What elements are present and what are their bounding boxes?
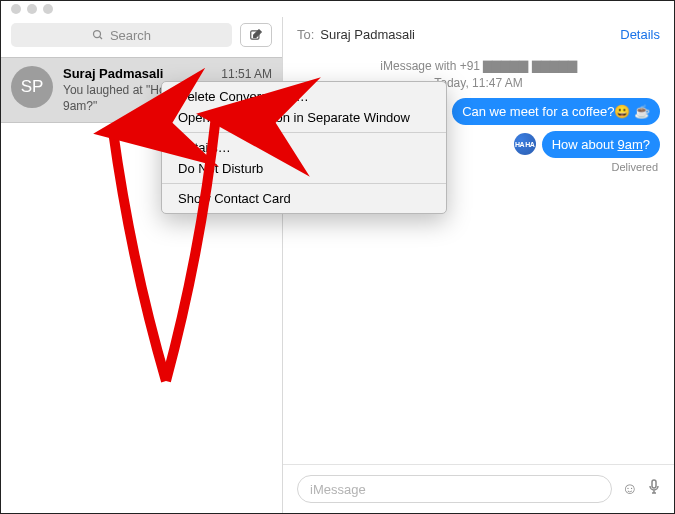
compose-icon [249, 28, 263, 42]
message-input[interactable]: iMessage [297, 475, 612, 503]
to-label: To: [297, 27, 314, 42]
svg-rect-3 [652, 480, 656, 488]
thread-header: To: Suraj Padmasali Details [283, 17, 674, 52]
close-traffic-light[interactable] [11, 4, 21, 14]
avatar-initials: SP [21, 77, 44, 97]
haha-sticker[interactable]: HA HA [514, 133, 536, 155]
conversation-time: 11:51 AM [221, 67, 272, 81]
conversation-name: Suraj Padmasali [63, 66, 163, 81]
message-placeholder: iMessage [310, 482, 366, 497]
sent-message-2[interactable]: How about 9am? [542, 131, 660, 158]
menu-separator [162, 183, 446, 184]
input-bar: iMessage ☺ [283, 464, 674, 513]
svg-line-1 [99, 37, 102, 40]
context-menu: Delete Conversation… Open Conversation i… [161, 81, 447, 214]
sticker-text: HA HA [515, 141, 534, 148]
svg-point-0 [93, 31, 100, 38]
to-name: Suraj Padmasali [320, 27, 415, 42]
messages-window: Search SP Suraj Padmasali 11:51 AM You l… [0, 0, 675, 514]
search-input[interactable]: Search [11, 23, 232, 47]
microphone-icon[interactable] [648, 479, 660, 499]
search-placeholder: Search [110, 28, 151, 43]
menu-open-separate-window[interactable]: Open Conversation in Separate Window [162, 107, 446, 128]
menu-do-not-disturb[interactable]: Do Not Disturb [162, 158, 446, 179]
menu-separator [162, 132, 446, 133]
details-link[interactable]: Details [620, 27, 660, 42]
minimize-traffic-light[interactable] [27, 4, 37, 14]
sent-message-1[interactable]: Can we meet for a coffee?😀 ☕ [452, 98, 660, 125]
avatar: SP [11, 66, 53, 108]
search-icon [92, 29, 104, 41]
emoji-icon[interactable]: ☺ [622, 480, 638, 498]
zoom-traffic-light[interactable] [43, 4, 53, 14]
titlebar [1, 1, 674, 17]
compose-button[interactable] [240, 23, 272, 47]
menu-delete-conversation[interactable]: Delete Conversation… [162, 86, 446, 107]
menu-details[interactable]: Details… [162, 137, 446, 158]
menu-show-contact-card[interactable]: Show Contact Card [162, 188, 446, 209]
